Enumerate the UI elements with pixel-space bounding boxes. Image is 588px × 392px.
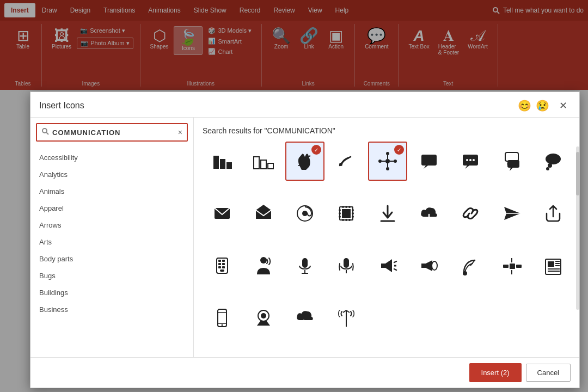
icon-item-15[interactable]: [368, 194, 407, 233]
icon-item-2[interactable]: [244, 142, 283, 181]
icon-item-5[interactable]: ✓: [368, 142, 407, 181]
search-icon: [41, 127, 49, 137]
right-panel: Search results for "COMMUNICATION" ✓: [194, 118, 579, 357]
svg-point-2: [42, 128, 47, 133]
dialog-body: × Accessibility Analytics Animals Appare…: [30, 118, 579, 357]
icon-item-1[interactable]: [203, 142, 242, 181]
left-scrollbar[interactable]: [576, 146, 579, 310]
svg-point-28: [548, 163, 552, 168]
icon-item-12[interactable]: [244, 194, 283, 233]
svg-rect-26: [507, 160, 519, 168]
icon-item-8[interactable]: [492, 142, 531, 181]
svg-point-24: [473, 159, 475, 161]
svg-point-49: [352, 216, 354, 218]
category-business[interactable]: Business: [30, 301, 193, 318]
sad-emoji[interactable]: 😢: [536, 99, 549, 112]
dialog-footer: Insert (2) Cancel: [30, 357, 579, 388]
svg-rect-7: [254, 157, 259, 169]
icon-item-24[interactable]: [327, 246, 366, 285]
selection-check-3: ✓: [311, 145, 321, 155]
svg-rect-6: [226, 162, 232, 169]
icon-item-16[interactable]: [409, 194, 449, 233]
svg-rect-43: [342, 209, 351, 218]
left-panel: × Accessibility Analytics Animals Appare…: [30, 118, 194, 357]
left-scrollbar-thumb[interactable]: [576, 152, 579, 195]
category-apparel[interactable]: Apparel: [30, 200, 193, 217]
icon-item-3[interactable]: ✓: [285, 142, 324, 181]
icon-item-13[interactable]: [285, 194, 324, 233]
icon-item-7[interactable]: [451, 142, 490, 181]
icon-item-17[interactable]: [451, 194, 490, 233]
svg-point-45: [339, 212, 341, 215]
icon-item-14[interactable]: [327, 194, 366, 233]
svg-point-29: [546, 167, 549, 170]
svg-point-46: [339, 216, 341, 218]
search-input[interactable]: [52, 128, 178, 137]
happy-emoji[interactable]: 😊: [518, 99, 531, 112]
svg-point-52: [348, 206, 351, 208]
svg-point-74: [463, 271, 467, 275]
icon-item-28[interactable]: [492, 246, 531, 285]
icon-item-4[interactable]: [327, 142, 366, 181]
svg-point-44: [339, 209, 341, 211]
category-arts[interactable]: Arts: [30, 234, 193, 250]
svg-point-41: [302, 211, 308, 216]
icon-item-34[interactable]: [327, 298, 366, 338]
svg-rect-82: [548, 261, 554, 267]
svg-point-48: [352, 212, 354, 215]
icon-item-19[interactable]: [534, 194, 571, 233]
icon-item-18[interactable]: [492, 194, 531, 233]
svg-rect-62: [222, 263, 225, 265]
dialog-close-button[interactable]: ✕: [556, 99, 571, 113]
svg-point-11: [385, 159, 390, 163]
category-list: Accessibility Analytics Animals Apparel …: [30, 147, 193, 357]
category-buildings[interactable]: Buildings: [30, 284, 193, 301]
icon-item-31[interactable]: [203, 298, 242, 338]
svg-point-55: [348, 219, 351, 221]
icon-item-26[interactable]: [409, 246, 449, 285]
icon-item-29[interactable]: [534, 246, 571, 285]
dialog-title-bar: Insert Icons 😊 😢 ✕: [30, 92, 579, 118]
icon-item-25[interactable]: [368, 246, 407, 285]
svg-point-50: [342, 206, 344, 208]
icon-item-27[interactable]: [451, 246, 490, 285]
category-analytics[interactable]: Analytics: [30, 166, 193, 183]
svg-point-22: [466, 159, 468, 161]
svg-rect-9: [268, 163, 273, 169]
svg-rect-61: [218, 263, 221, 265]
dialog-emoji-bar: 😊 😢: [518, 99, 549, 112]
icon-item-32[interactable]: [244, 298, 283, 338]
icon-item-6[interactable]: [409, 142, 449, 181]
svg-point-51: [345, 206, 347, 208]
svg-rect-70: [344, 258, 349, 268]
svg-point-98: [261, 313, 266, 318]
insert-button[interactable]: Insert (2): [469, 363, 522, 382]
svg-point-27: [546, 154, 561, 164]
icon-item-9[interactable]: [534, 142, 571, 181]
category-animals[interactable]: Animals: [30, 183, 193, 200]
svg-point-66: [260, 257, 267, 264]
cancel-button[interactable]: Cancel: [526, 364, 571, 382]
category-bugs[interactable]: Bugs: [30, 267, 193, 284]
icon-item-33[interactable]: [285, 298, 324, 338]
icon-item-22[interactable]: [244, 246, 283, 285]
category-accessibility[interactable]: Accessibility: [30, 149, 193, 166]
svg-point-10: [339, 163, 342, 166]
icon-item-11[interactable]: [203, 194, 242, 233]
svg-rect-5: [220, 159, 225, 169]
category-arrows[interactable]: Arrows: [30, 217, 193, 234]
svg-point-12: [386, 152, 389, 155]
svg-rect-76: [510, 264, 515, 269]
svg-point-13: [394, 160, 397, 163]
svg-rect-63: [218, 266, 221, 268]
category-body-parts[interactable]: Body parts: [30, 250, 193, 267]
svg-point-15: [378, 160, 382, 163]
svg-rect-25: [505, 152, 518, 161]
svg-rect-8: [261, 160, 266, 169]
search-box[interactable]: ×: [36, 123, 188, 142]
svg-point-54: [345, 219, 347, 221]
svg-rect-67: [302, 258, 308, 268]
icon-item-21[interactable]: [203, 246, 242, 285]
search-clear-button[interactable]: ×: [178, 128, 182, 137]
icon-item-23[interactable]: [285, 246, 324, 285]
